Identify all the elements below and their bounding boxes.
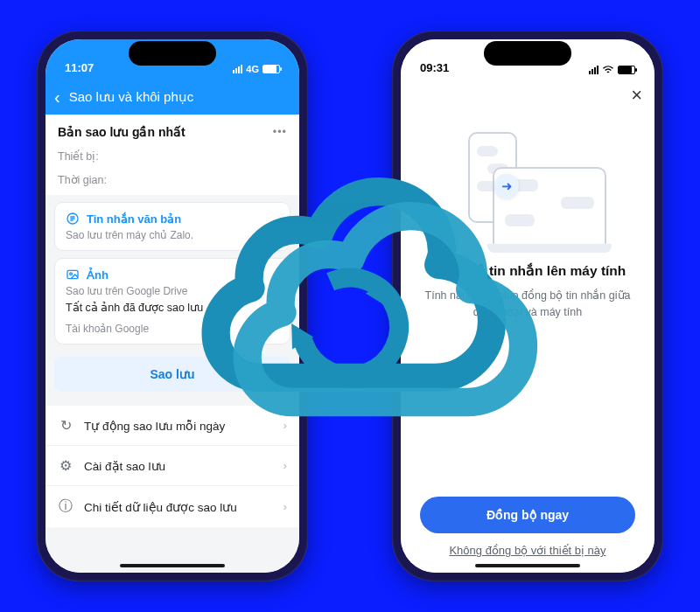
- sync-title: Đồng bộ tin nhắn lên máy tính: [430, 263, 626, 279]
- battery-icon: [262, 65, 280, 73]
- svg-point-2: [70, 273, 73, 275]
- signal-icon: [589, 66, 598, 74]
- refresh-icon: ↻: [58, 417, 74, 434]
- screen-right: 09:31 × ➜: [401, 39, 654, 573]
- option-backup-settings[interactable]: ⚙ Cài đặt sao lưu ›: [46, 445, 299, 485]
- image-icon: [66, 268, 80, 282]
- phone-sync-prompt: 09:31 × ➜: [392, 31, 663, 581]
- chevron-right-icon: ›: [284, 500, 288, 513]
- battery-icon: [618, 66, 635, 74]
- card-photos[interactable]: Ảnh Sao lưu trên Google Drive Tất cả ảnh…: [54, 258, 290, 344]
- modal-topbar: ×: [401, 80, 654, 111]
- skip-sync-link[interactable]: Không đồng bộ với thiết bị này: [449, 544, 606, 557]
- status-indicators: 4G: [233, 64, 280, 74]
- app-topbar: ‹ Sao lưu và khôi phục: [46, 80, 299, 115]
- content-area: Bản sao lưu gần nhất ••• Thiết bị: Thời …: [46, 115, 299, 573]
- section-header: Bản sao lưu gần nhất •••: [46, 115, 299, 148]
- chat-icon: [66, 212, 80, 226]
- more-icon[interactable]: •••: [273, 126, 287, 138]
- notch: [484, 41, 571, 66]
- options-list: ↻ Tự động sao lưu mỗi ngày › ⚙ Cài đặt s…: [46, 406, 299, 527]
- card-sub: Sao lưu trên máy chủ Zalo.: [66, 229, 279, 241]
- wifi-icon: [602, 66, 614, 74]
- option-auto-backup[interactable]: ↻ Tự động sao lưu mỗi ngày ›: [46, 406, 299, 445]
- card-text-messages[interactable]: Tin nhắn văn bản Sao lưu trên máy chủ Za…: [54, 202, 290, 251]
- backup-button[interactable]: Sao lưu: [54, 357, 290, 392]
- card-title: Tin nhắn văn bản: [87, 212, 181, 226]
- info-icon: ⓘ: [58, 497, 74, 516]
- device-row: Thiết bị:: [46, 148, 299, 171]
- time-row: Thời gian:: [46, 171, 299, 195]
- sync-now-button[interactable]: Đồng bộ ngay: [420, 497, 635, 533]
- network-label: 4G: [246, 64, 259, 74]
- page-title: Sao lưu và khôi phục: [69, 89, 194, 105]
- card-title: Ảnh: [87, 268, 108, 282]
- signal-icon: [233, 65, 242, 73]
- phone-backup-restore: 11:07 4G ‹ Sao lưu và khôi phục Bản sao …: [37, 31, 308, 581]
- status-time: 11:07: [65, 61, 94, 74]
- section-title: Bản sao lưu gần nhất: [58, 125, 186, 139]
- card-sub: Sao lưu trên Google Drive: [66, 285, 279, 297]
- home-indicator[interactable]: [120, 564, 225, 567]
- notch: [129, 41, 216, 66]
- card-line: Tất cả ảnh đã được sao lưu: [66, 301, 279, 314]
- google-account-label: Tài khoản Google: [66, 323, 279, 335]
- screen-left: 11:07 4G ‹ Sao lưu và khôi phục Bản sao …: [46, 39, 299, 573]
- gear-icon: ⚙: [58, 457, 74, 474]
- home-indicator[interactable]: [475, 564, 580, 567]
- chevron-right-icon: ›: [284, 419, 288, 432]
- status-time: 09:31: [420, 61, 449, 74]
- sync-illustration: ➜: [449, 125, 606, 247]
- option-backup-details[interactable]: ⓘ Chi tiết dữ liệu được sao lưu ›: [46, 485, 299, 527]
- arrow-right-icon: ➜: [494, 174, 519, 198]
- status-indicators: [589, 66, 635, 74]
- close-icon[interactable]: ×: [631, 84, 642, 107]
- back-icon[interactable]: ‹: [54, 87, 60, 108]
- chevron-right-icon: ›: [284, 459, 288, 472]
- content-area: ➜ Đồng bộ tin nhắn lên máy tính Tính năn…: [401, 111, 654, 573]
- sync-subtitle: Tính năng này giúp đồng bộ tin nhắn giữa…: [420, 288, 635, 321]
